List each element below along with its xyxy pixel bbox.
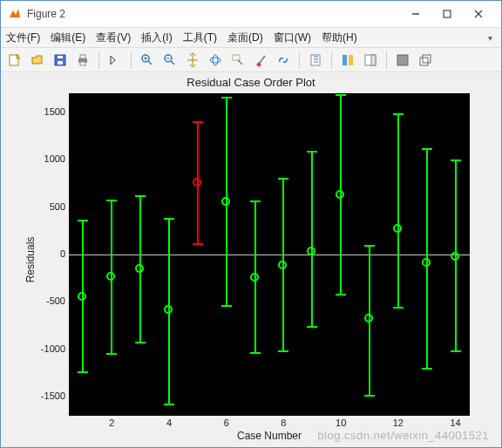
x-tick: 14 xyxy=(450,417,460,428)
brush-icon[interactable] xyxy=(250,51,271,70)
svg-rect-6 xyxy=(58,61,63,64)
x-tick: 2 xyxy=(109,417,114,428)
menu-file[interactable]: 文件(F) xyxy=(6,31,40,45)
data-point xyxy=(364,314,373,322)
insert-legend-icon[interactable] xyxy=(337,51,358,70)
data-point xyxy=(393,224,402,233)
y-tick: -500 xyxy=(36,295,65,306)
x-tick: 6 xyxy=(224,417,229,428)
svg-rect-27 xyxy=(343,55,347,65)
errorbar xyxy=(455,160,457,351)
colorbar-icon[interactable] xyxy=(305,51,326,70)
x-tick: 4 xyxy=(166,417,172,428)
errorbar xyxy=(111,200,112,354)
y-tick: 0 xyxy=(36,248,65,259)
errorbar xyxy=(311,152,313,326)
y-axis-label: Residuals xyxy=(24,237,37,283)
y-tick: 1000 xyxy=(36,153,65,164)
svg-rect-32 xyxy=(420,58,428,65)
errorbar xyxy=(282,179,284,351)
errorbar xyxy=(82,221,84,372)
titlebar: Figure 2 xyxy=(1,1,501,27)
svg-line-16 xyxy=(171,61,174,64)
hide-plot-tools-icon[interactable] xyxy=(360,51,381,70)
errorbar xyxy=(397,114,399,308)
menu-insert[interactable]: 插入(I) xyxy=(141,31,172,45)
undock-icon[interactable] xyxy=(415,51,436,70)
svg-point-19 xyxy=(213,55,218,65)
svg-rect-30 xyxy=(371,55,376,65)
rotate3d-icon[interactable] xyxy=(205,51,226,70)
errorbar xyxy=(226,98,227,305)
svg-rect-20 xyxy=(233,55,240,60)
x-tick: 10 xyxy=(336,417,346,428)
svg-rect-9 xyxy=(80,55,85,58)
zero-line xyxy=(69,255,470,255)
edit-plot-icon[interactable] xyxy=(105,51,126,70)
menu-desktop[interactable]: 桌面(D) xyxy=(227,31,263,45)
errorbar xyxy=(369,246,370,396)
save-icon[interactable] xyxy=(50,51,71,70)
svg-rect-7 xyxy=(58,56,63,58)
data-point xyxy=(307,247,315,255)
menu-window[interactable]: 窗口(W) xyxy=(274,31,311,45)
errorbar xyxy=(139,196,141,343)
plot-area: Residual Case Order Plot Residuals Case … xyxy=(1,72,501,447)
menu-view[interactable]: 查看(V) xyxy=(96,31,131,45)
y-tick: 1500 xyxy=(36,106,65,117)
errorbar xyxy=(197,122,199,244)
pan-icon[interactable] xyxy=(182,51,203,70)
y-tick: -1500 xyxy=(36,390,65,401)
zoom-in-icon[interactable] xyxy=(137,51,158,70)
chart-title: Residual Case Order Plot xyxy=(1,76,501,89)
x-tick: 8 xyxy=(281,417,286,428)
svg-rect-28 xyxy=(349,55,353,65)
maximize-button[interactable] xyxy=(431,1,463,27)
matlab-logo-icon xyxy=(8,7,22,21)
data-point xyxy=(451,252,459,261)
y-tick: 500 xyxy=(36,201,65,212)
y-tick: -1000 xyxy=(36,343,65,354)
svg-rect-31 xyxy=(397,55,408,65)
errorbar xyxy=(168,219,170,404)
data-point xyxy=(221,197,230,206)
svg-rect-10 xyxy=(80,62,85,65)
svg-line-21 xyxy=(238,60,242,64)
x-axis-label: Case Number xyxy=(69,430,470,442)
x-tick: 12 xyxy=(393,417,404,428)
errorbar xyxy=(254,201,256,353)
svg-line-22 xyxy=(260,56,265,63)
data-cursor-icon[interactable] xyxy=(227,51,248,70)
window-title: Figure 2 xyxy=(27,8,400,20)
print-icon[interactable] xyxy=(72,51,93,70)
toolbar xyxy=(1,48,501,72)
open-icon[interactable] xyxy=(27,51,48,70)
link-icon[interactable] xyxy=(273,51,294,70)
svg-line-12 xyxy=(148,61,152,64)
zoom-out-icon[interactable] xyxy=(159,51,180,70)
menu-edit[interactable]: 编辑(E) xyxy=(51,31,85,45)
dock-icon[interactable] xyxy=(392,51,413,70)
data-point xyxy=(250,273,259,282)
menu-tools[interactable]: 工具(T) xyxy=(183,31,217,45)
svg-rect-1 xyxy=(444,10,451,17)
menu-more-icon[interactable]: ▾ xyxy=(488,33,496,43)
errorbar xyxy=(426,149,428,368)
errorbar xyxy=(340,95,342,295)
minimize-button[interactable] xyxy=(400,1,431,27)
data-point xyxy=(422,258,431,267)
new-figure-icon[interactable] xyxy=(4,51,25,70)
close-button[interactable] xyxy=(463,1,494,27)
svg-point-18 xyxy=(210,58,220,63)
menubar: 文件(F) 编辑(E) 查看(V) 插入(I) 工具(T) 桌面(D) 窗口(W… xyxy=(1,27,501,48)
menu-help[interactable]: 帮助(H) xyxy=(322,31,357,45)
